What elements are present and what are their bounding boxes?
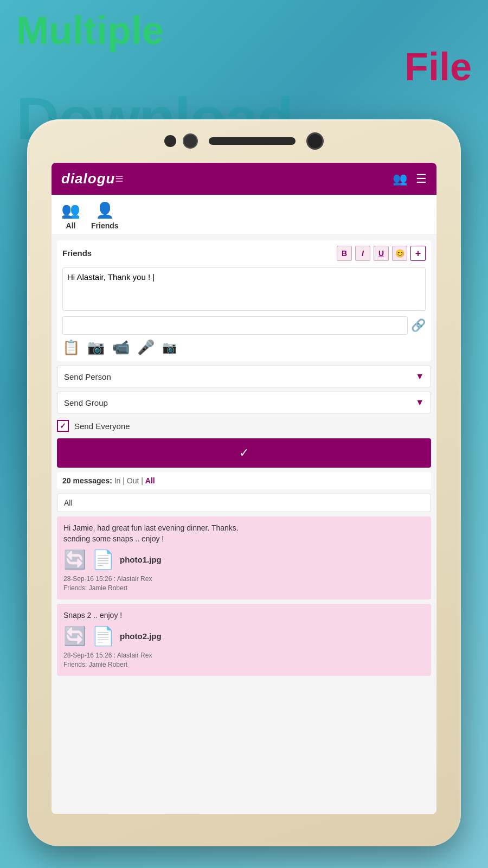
filter-all[interactable]: All bbox=[145, 476, 155, 485]
send-person-label: Send Person bbox=[64, 372, 111, 381]
messages-count: 20 messages: bbox=[62, 476, 112, 485]
message-files-1: 🔄 📄 photo1.jpg bbox=[63, 548, 425, 570]
phone-top bbox=[27, 119, 461, 163]
send-person-dropdown[interactable]: Send Person ▼ bbox=[57, 366, 431, 387]
header-icons: 👥 ☰ bbox=[393, 172, 427, 186]
camera-group bbox=[164, 133, 198, 149]
tab-row: 👥 All 👤 Friends bbox=[52, 195, 436, 235]
speaker-bar bbox=[209, 137, 296, 145]
format-toolbar: B I U 😊 + bbox=[337, 246, 426, 261]
camera-photo-icon[interactable]: 📷 bbox=[87, 339, 105, 356]
underline-button[interactable]: U bbox=[374, 246, 389, 261]
search-bar[interactable]: All bbox=[57, 494, 431, 512]
send-group-label: Send Group bbox=[64, 398, 108, 407]
send-person-arrow-icon: ▼ bbox=[415, 372, 424, 381]
app-logo: dialogu≡ bbox=[61, 170, 124, 187]
message-card-2: Snaps 2 .. enjoy ! 🔄 📄 photo2.jpg 28-Sep… bbox=[57, 604, 431, 676]
search-text: All bbox=[64, 499, 73, 507]
phone-screen: dialogu≡ 👥 ☰ 👥 All 👤 Friends bbox=[52, 163, 436, 814]
camera-dot-right bbox=[306, 132, 324, 150]
friends-tab-label: Friends bbox=[91, 221, 119, 230]
message-meta-2: 28-Sep-16 15:26 : Alastair RexFriends: J… bbox=[63, 651, 425, 669]
filter-separator-1: | bbox=[123, 476, 125, 485]
filter-out[interactable]: Out bbox=[127, 476, 141, 485]
friends-tab-icon: 👤 bbox=[95, 201, 114, 219]
section-label: Friends bbox=[62, 248, 92, 258]
all-tab-label: All bbox=[66, 221, 76, 230]
file-name-2: photo2.jpg bbox=[120, 631, 162, 641]
compose-section: Friends B I U 😊 + Hi Alastair, Thank you… bbox=[57, 240, 431, 361]
download-icon-2[interactable]: 📄 bbox=[92, 625, 114, 647]
send-group-dropdown[interactable]: Send Group ▼ bbox=[57, 392, 431, 413]
italic-button[interactable]: I bbox=[355, 246, 370, 261]
camera-dot-left bbox=[164, 135, 176, 147]
message-text-1: Hi Jamie, had great fun last evening din… bbox=[63, 523, 425, 544]
message-files-2: 🔄 📄 photo2.jpg bbox=[63, 625, 425, 647]
sticker-icon[interactable]: 📷 bbox=[162, 341, 177, 355]
checkbox-check-icon: ✓ bbox=[60, 422, 66, 430]
tab-friends[interactable]: 👤 Friends bbox=[91, 201, 119, 230]
camera-dot-front bbox=[183, 133, 198, 149]
emoji-button[interactable]: 😊 bbox=[392, 246, 407, 261]
send-button[interactable]: ✓ bbox=[57, 438, 431, 468]
video-icon[interactable]: 📹 bbox=[112, 339, 130, 356]
all-tab-icon: 👥 bbox=[61, 201, 80, 219]
send-group-arrow-icon: ▼ bbox=[415, 398, 424, 407]
spinner-icon-1: 🔄 bbox=[63, 548, 86, 570]
url-input[interactable] bbox=[62, 316, 408, 335]
attach-row: 📋 📷 📹 🎤 📷 bbox=[62, 339, 426, 356]
spinner-icon-2: 🔄 bbox=[63, 625, 86, 647]
file-name-1: photo1.jpg bbox=[120, 555, 162, 564]
message-meta-1: 28-Sep-16 15:26 : Alastair RexFriends: J… bbox=[63, 575, 425, 593]
bold-button[interactable]: B bbox=[337, 246, 352, 261]
filter-separator-2: | bbox=[141, 476, 143, 485]
tab-all[interactable]: 👥 All bbox=[61, 201, 80, 230]
download-icon-1[interactable]: 📄 bbox=[92, 548, 114, 570]
send-everyone-label: Send Everyone bbox=[74, 422, 130, 431]
add-format-button[interactable]: + bbox=[410, 246, 426, 261]
filter-in[interactable]: In bbox=[114, 476, 123, 485]
link-icon[interactable]: 🔗 bbox=[411, 318, 426, 333]
send-everyone-checkbox[interactable]: ✓ bbox=[57, 420, 69, 432]
microphone-icon[interactable]: 🎤 bbox=[137, 339, 155, 356]
clipboard-icon[interactable]: 📋 bbox=[62, 339, 80, 356]
send-check-icon: ✓ bbox=[239, 446, 249, 460]
send-everyone-row: ✓ Send Everyone bbox=[57, 418, 431, 434]
message-input[interactable]: Hi Alastair, Thank you ! | bbox=[62, 267, 426, 311]
groups-icon[interactable]: 👥 bbox=[393, 172, 407, 186]
phone-shell: dialogu≡ 👥 ☰ 👥 All 👤 Friends bbox=[27, 119, 461, 846]
url-row: 🔗 bbox=[62, 316, 426, 335]
menu-icon[interactable]: ☰ bbox=[416, 172, 427, 186]
app-header: dialogu≡ 👥 ☰ bbox=[52, 163, 436, 195]
messages-header: 20 messages: In | Out | All bbox=[57, 472, 431, 489]
message-text-2: Snaps 2 .. enjoy ! bbox=[63, 610, 425, 621]
message-card-1: Hi Jamie, had great fun last evening din… bbox=[57, 516, 431, 599]
main-content: Friends B I U 😊 + Hi Alastair, Thank you… bbox=[52, 235, 436, 814]
